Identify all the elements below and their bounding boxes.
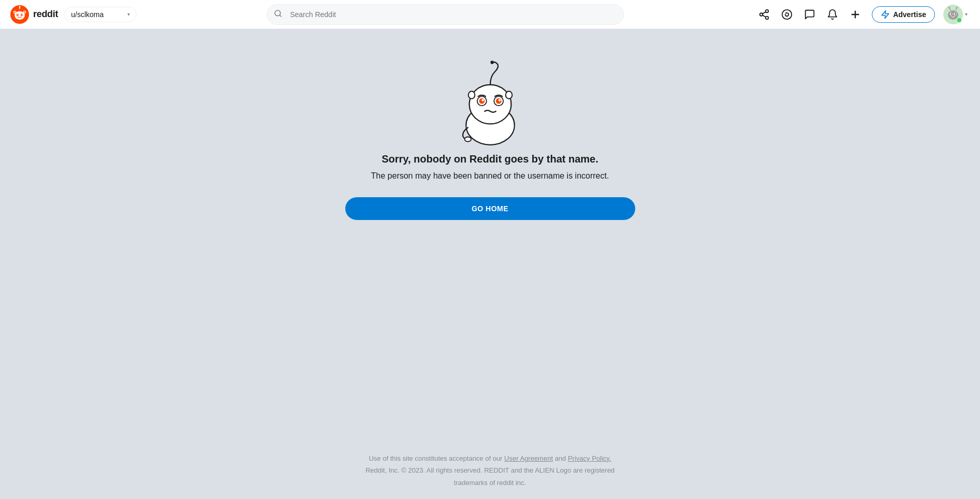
advertise-label: Advertise [893, 10, 926, 19]
svg-line-17 [763, 15, 766, 17]
main-content: Sorry, nobody on Reddit goes by that nam… [0, 29, 980, 499]
svg-point-5 [21, 13, 22, 14]
svg-point-27 [950, 13, 952, 14]
reddit-wordmark: reddit [33, 9, 58, 20]
footer-text3: Reddit, Inc. © 2023. All rights reserved… [365, 466, 615, 474]
error-subtitle: The person may have been banned or the u… [371, 171, 609, 181]
svg-point-9 [24, 11, 25, 13]
nav-icons [754, 4, 866, 25]
search-bar [267, 4, 624, 25]
footer-text4: trademarks of reddit inc. [454, 479, 526, 487]
svg-point-35 [469, 85, 511, 124]
footer-text1: Use of this site constitutes acceptance … [369, 454, 504, 462]
svg-point-19 [782, 9, 792, 19]
svg-point-30 [948, 7, 950, 8]
svg-point-11 [19, 6, 21, 7]
go-home-button[interactable]: GO HOME [345, 197, 635, 220]
svg-line-13 [280, 15, 281, 17]
svg-point-41 [495, 98, 501, 104]
footer-text2: and [553, 454, 568, 462]
svg-point-43 [464, 137, 471, 142]
search-icon [274, 9, 282, 20]
svg-line-18 [763, 11, 766, 13]
svg-point-28 [955, 13, 956, 14]
notifications-icon-button[interactable] [822, 4, 843, 25]
user-avatar-button[interactable]: ▾ [941, 4, 970, 25]
reddit-logo-link[interactable]: reddit [10, 5, 58, 24]
svg-point-24 [948, 10, 958, 20]
dropdown-arrow-icon: ▾ [127, 11, 130, 17]
avatar-icon [943, 5, 963, 24]
reddit-logo-icon [10, 5, 29, 24]
avatar-dropdown-arrow-icon: ▾ [965, 11, 968, 17]
footer: Use of this site constitutes acceptance … [0, 452, 980, 489]
error-title: Sorry, nobody on Reddit goes by that nam… [382, 153, 598, 165]
create-post-button[interactable] [845, 4, 866, 25]
svg-point-4 [17, 13, 18, 14]
username-label: u/sclkoma [71, 10, 104, 19]
chat-icon-button[interactable] [799, 4, 820, 25]
user-dropdown[interactable]: u/sclkoma ▾ [64, 7, 137, 22]
user-agreement-link[interactable]: User Agreement [504, 454, 553, 462]
share-icon-button[interactable] [754, 4, 774, 25]
svg-point-44 [468, 91, 475, 98]
svg-marker-22 [882, 10, 889, 18]
advertise-button[interactable]: Advertise [872, 6, 935, 23]
svg-point-8 [14, 11, 16, 13]
search-input[interactable] [267, 4, 624, 25]
svg-point-33 [957, 18, 961, 22]
svg-point-32 [956, 7, 958, 8]
svg-point-45 [505, 91, 512, 98]
svg-point-39 [481, 99, 484, 101]
privacy-policy-link[interactable]: Privacy Policy. [568, 454, 611, 462]
snoo-illustration [444, 60, 537, 153]
svg-point-42 [498, 99, 501, 101]
coins-icon-button[interactable] [777, 4, 797, 25]
svg-point-38 [479, 98, 485, 104]
svg-point-36 [490, 61, 493, 64]
